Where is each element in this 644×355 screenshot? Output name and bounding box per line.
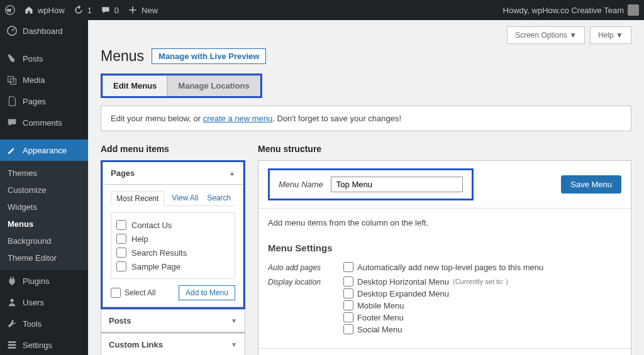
tab-manage-locations[interactable]: Manage Locations — [167, 75, 260, 96]
sidebar-item-posts[interactable]: Posts — [0, 48, 88, 69]
menu-name-label: Menu Name — [279, 180, 323, 189]
sidebar-item-users[interactable]: Users — [0, 292, 88, 313]
auto-add-label: Auto add pages — [268, 262, 343, 274]
sidebar-sub-themes[interactable]: Themes — [0, 165, 88, 182]
chevron-down-icon: ▼ — [231, 341, 237, 348]
manage-live-preview-button[interactable]: Manage with Live Preview — [152, 48, 266, 64]
nav-tabs: Edit Menus Manage Locations — [101, 74, 262, 98]
sidebar-item-tools[interactable]: Tools — [0, 313, 88, 334]
svg-point-5 — [9, 347, 12, 349]
comments-count[interactable]: 0 — [101, 5, 119, 15]
add-items-heading: Add menu items — [101, 144, 245, 154]
location-social[interactable]: Social Menu — [343, 324, 508, 334]
main-content: Screen Options ▼ Help ▼ Menus Manage wit… — [88, 20, 644, 355]
select-all-checkbox[interactable]: Select All — [111, 288, 155, 298]
help-toggle[interactable]: Help ▼ — [590, 26, 631, 44]
create-new-menu-link[interactable]: create a new menu — [203, 114, 273, 123]
postbox-custom-links-toggle[interactable]: Custom Links▼ — [101, 334, 245, 355]
chevron-down-icon: ▼ — [231, 317, 237, 324]
page-checkbox-sample-page[interactable]: Sample Page — [116, 259, 230, 273]
sidebar-sub-background[interactable]: Background — [0, 232, 88, 249]
wp-logo-icon[interactable] — [5, 5, 15, 15]
site-home[interactable]: wpHow — [24, 5, 65, 15]
display-location-label: Display location — [268, 276, 343, 336]
tab-edit-menus[interactable]: Edit Menus — [103, 75, 167, 96]
avatar — [628, 4, 639, 16]
screen-options-toggle[interactable]: Screen Options ▼ — [507, 26, 585, 44]
save-menu-button-top[interactable]: Save Menu — [561, 175, 621, 194]
sidebar-item-comments[interactable]: Comments — [0, 112, 88, 133]
sidebar-sub-menus[interactable]: Menus — [0, 216, 88, 232]
svg-point-3 — [9, 341, 12, 344]
sidebar-item-settings[interactable]: Settings — [0, 334, 88, 355]
sidebar-sub-theme-editor[interactable]: Theme Editor — [0, 249, 88, 266]
sidebar-item-media[interactable]: Media — [0, 69, 88, 90]
menu-structure-heading: Menu structure — [258, 144, 631, 154]
postbox-pages-toggle[interactable]: Pages▲ — [103, 162, 243, 185]
sidebar-item-dashboard[interactable]: Dashboard — [0, 20, 88, 41]
menu-instruction: Add menu items from the column on the le… — [268, 218, 621, 227]
user-greeting[interactable]: Howdy, wpHow.co Creative Team — [503, 4, 639, 16]
location-footer[interactable]: Footer Menu — [343, 312, 508, 322]
sidebar-submenu-appearance: Themes Customize Widgets Menus Backgroun… — [0, 161, 88, 270]
auto-add-checkbox[interactable]: Automatically add new top-level pages to… — [343, 262, 543, 272]
sidebar-sub-customize[interactable]: Customize — [0, 182, 88, 199]
svg-point-4 — [13, 344, 15, 346]
admin-sidebar: Dashboard Posts Media Pages Comments App… — [0, 20, 88, 355]
menu-settings-heading: Menu Settings — [268, 243, 621, 253]
add-to-menu-button[interactable]: Add to Menu — [179, 285, 235, 300]
location-desktop-horizontal[interactable]: Desktop Horizontal Menu (Currently set t… — [343, 276, 508, 287]
pages-tab-search[interactable]: Search — [206, 191, 232, 205]
chevron-up-icon: ▲ — [229, 170, 235, 177]
admin-toolbar: wpHow 1 0 New Howdy, wpHow.co Creative T… — [0, 0, 644, 20]
page-checkbox-help[interactable]: Help — [116, 232, 230, 246]
page-title: Menus — [101, 48, 144, 65]
pages-tab-view-all[interactable]: View All — [170, 191, 199, 205]
page-checkbox-search-results[interactable]: Search Results — [116, 246, 230, 259]
sidebar-item-pages[interactable]: Pages — [0, 90, 88, 112]
postbox-posts-toggle[interactable]: Posts▼ — [101, 310, 245, 332]
location-desktop-expanded[interactable]: Desktop Expanded Menu — [343, 288, 508, 298]
sidebar-item-plugins[interactable]: Plugins — [0, 270, 88, 292]
menu-name-input[interactable] — [331, 177, 463, 192]
updates[interactable]: 1 — [74, 5, 92, 15]
sidebar-item-appearance[interactable]: Appearance — [0, 139, 88, 161]
sidebar-sub-widgets[interactable]: Widgets — [0, 199, 88, 216]
info-notice: Edit your menu below, or create a new me… — [101, 106, 631, 131]
location-mobile[interactable]: Mobile Menu — [343, 300, 508, 310]
pages-tab-most-recent[interactable]: Most Recent — [111, 191, 164, 206]
new-content[interactable]: New — [128, 5, 158, 15]
svg-point-2 — [10, 299, 13, 302]
page-checkbox-contact-us[interactable]: Contact Us — [116, 218, 230, 232]
